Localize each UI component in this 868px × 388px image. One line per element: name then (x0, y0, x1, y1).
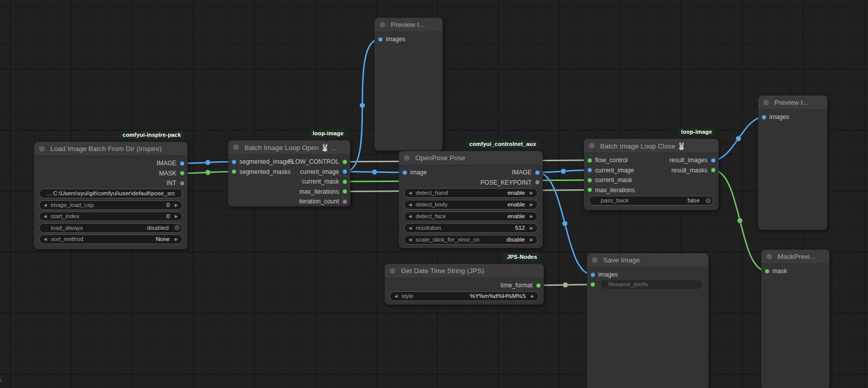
widget-detect_body[interactable]: ◀detect_bodyenable▶ (404, 200, 538, 210)
increment-arrow-icon[interactable]: ▶ (530, 235, 533, 244)
node-preview-image-right[interactable]: Preview I...images (758, 96, 827, 230)
slot-dot-segmented_images[interactable] (232, 160, 236, 164)
node-titlebar[interactable]: Save Image (587, 253, 708, 267)
node-batch-image-loop-close[interactable]: loop-imageBatch Image Loop Close 🐰flow_c… (584, 139, 719, 210)
slot-dot-INT[interactable] (180, 181, 184, 186)
widget-load_always[interactable]: load_alwaysdisabled (39, 223, 182, 233)
increment-arrow-icon[interactable]: ▶ (530, 224, 533, 232)
node-openpose-pose[interactable]: comfyui_controlnet_auxOpenPose Poseimage… (399, 151, 543, 248)
node-titlebar[interactable]: Load Image Batch From Dir (Inspire) (34, 142, 188, 156)
node-load-image-batch[interactable]: comfyui-inspire-packLoad Image Batch Fro… (34, 142, 188, 249)
slot-dot-flow_control[interactable] (587, 158, 592, 163)
node-titlebar[interactable]: OpenPose Pose (399, 151, 543, 165)
collapse-dot-icon[interactable] (233, 144, 239, 150)
widget-sort_method[interactable]: ◀sort_methodNone▶ (39, 234, 182, 244)
link-midpoint-dot[interactable] (562, 221, 567, 226)
decrement-arrow-icon[interactable]: ◀ (409, 189, 412, 197)
collapse-dot-icon[interactable] (390, 268, 395, 274)
increment-arrow-icon[interactable]: ▶ (530, 200, 533, 209)
widget-input-filename_prefix[interactable]: filename_prefix (601, 280, 702, 289)
slot-dot-MASK[interactable] (180, 171, 184, 175)
node-graph-canvas[interactable]: comfyui-inspire-packLoad Image Batch Fro… (0, 0, 868, 388)
decrement-arrow-icon[interactable]: ◀ (409, 200, 412, 209)
decrement-arrow-icon[interactable]: ◀ (409, 235, 412, 244)
widget-pass_back[interactable]: pass_backfalse (589, 196, 714, 205)
increment-arrow-icon[interactable]: ▶ (175, 235, 178, 244)
widget-scale_stick_for_xinsr_cn[interactable]: ◀scale_stick_for_xinsr_cndisable▶ (404, 235, 538, 245)
slot-dot-image[interactable] (402, 170, 407, 175)
output-slot-FLOW_CONTROL: FLOW_CONTROL (288, 157, 350, 166)
link-midpoint-dot[interactable] (360, 103, 365, 108)
node-titlebar[interactable]: Get Date Time String (JPS) (385, 264, 544, 278)
widget-label: scale_stick_for_xinsr_cn (416, 235, 479, 244)
link-midpoint-dot[interactable] (737, 218, 742, 223)
collapse-dot-icon[interactable] (763, 100, 769, 105)
node-titlebar[interactable]: Batch Image Loop Close 🐰 (584, 139, 719, 153)
node-badge: loop-image (309, 129, 347, 137)
toggle-knob[interactable] (705, 198, 711, 203)
slot-label: iteration_count (299, 198, 339, 205)
node-titlebar[interactable]: Batch Image Loop Open 🐰 ... (228, 140, 350, 155)
node-get-date-time-string[interactable]: JPS-NodesGet Date Time String (JPS)time_… (385, 264, 544, 305)
slot-dot-IMAGE[interactable] (535, 170, 540, 175)
slot-dot-current_mask[interactable] (343, 180, 347, 184)
link-midpoint-dot[interactable] (561, 169, 566, 174)
decrement-arrow-icon[interactable]: ◀ (394, 292, 397, 301)
collapse-dot-icon[interactable] (589, 143, 595, 148)
slot-dot-filename_prefix[interactable] (591, 282, 595, 287)
decrement-arrow-icon[interactable]: ◀ (409, 224, 412, 232)
increment-arrow-icon[interactable]: ▶ (531, 292, 534, 301)
decrement-arrow-icon[interactable]: ◀ (44, 212, 47, 221)
slot-dot-result_images[interactable] (711, 158, 716, 163)
decrement-arrow-icon[interactable]: ◀ (409, 212, 412, 221)
decrement-arrow-icon[interactable]: ◀ (44, 201, 47, 210)
node-mask-preview[interactable]: MaskPrevi...mask (761, 250, 829, 388)
slot-dot-images[interactable] (762, 115, 766, 120)
widget-detect_face[interactable]: ◀detect_faceenable▶ (404, 212, 538, 221)
slot-dot-max_iterations[interactable] (587, 188, 592, 192)
collapse-dot-icon[interactable] (766, 254, 772, 259)
collapse-dot-icon[interactable] (380, 22, 385, 27)
increment-arrow-icon[interactable]: ▶ (175, 201, 178, 210)
slot-dot-images[interactable] (591, 273, 595, 277)
node-batch-image-loop-open[interactable]: loop-imageBatch Image Loop Open 🐰 ...seg… (228, 140, 350, 206)
decrement-arrow-icon[interactable]: ◀ (44, 235, 47, 244)
collapse-dot-icon[interactable] (404, 155, 410, 161)
increment-arrow-icon[interactable]: ▶ (175, 212, 178, 221)
slot-dot-result_masks[interactable] (711, 168, 716, 172)
link-midpoint-dot[interactable] (563, 282, 568, 287)
node-titlebar[interactable]: Preview I... (758, 96, 827, 110)
link-midpoint-dot[interactable] (205, 170, 210, 175)
widget-image_load_cap[interactable]: ◀image_load_cap0▶ (39, 200, 182, 210)
slot-dot-current_image[interactable] (587, 168, 592, 172)
node-titlebar[interactable]: Preview I... (375, 18, 443, 32)
widget-value[interactable]: ... C:\Users\syui\git\comfyui\user\defau… (39, 189, 182, 198)
increment-arrow-icon[interactable]: ▶ (530, 189, 533, 197)
slot-dot-POSE_KEYPOINT[interactable] (535, 180, 540, 185)
link-midpoint-dot[interactable] (205, 160, 210, 165)
slot-dot-current_mask[interactable] (587, 178, 592, 183)
slot-dot-images[interactable] (378, 37, 383, 42)
slot-dot-mask[interactable] (765, 269, 769, 274)
widget-start_index[interactable]: ◀start_index0▶ (39, 212, 182, 221)
slot-dot-iteration_count[interactable] (343, 199, 347, 204)
slot-dot-segmented_masks[interactable] (232, 169, 236, 174)
slot-dot-time_format[interactable] (536, 283, 541, 288)
collapse-dot-icon[interactable] (39, 146, 45, 152)
slot-dot-FLOW_CONTROL[interactable] (343, 160, 347, 164)
toggle-knob[interactable] (174, 225, 180, 230)
link-midpoint-dot[interactable] (736, 136, 741, 141)
link-midpoint-dot[interactable] (372, 169, 377, 174)
input-slot-mask: mask (761, 266, 787, 276)
node-preview-image-top[interactable]: Preview I...images (375, 18, 443, 151)
slot-dot-max_iterations[interactable] (343, 189, 347, 194)
widget-style[interactable]: ◀style%Y%m%d%H%M%S▶ (390, 291, 539, 301)
collapse-dot-icon[interactable] (592, 257, 598, 263)
widget-resolution[interactable]: ◀resolution512▶ (404, 223, 538, 233)
widget-detect_hand[interactable]: ◀detect_handenable▶ (404, 188, 538, 198)
increment-arrow-icon[interactable]: ▶ (530, 212, 533, 221)
slot-dot-current_image[interactable] (343, 169, 347, 174)
slot-dot-IMAGE[interactable] (180, 161, 184, 166)
node-titlebar[interactable]: MaskPrevi... (761, 250, 829, 264)
node-save-image[interactable]: Save Imageimagesfilename_prefix (587, 253, 708, 388)
